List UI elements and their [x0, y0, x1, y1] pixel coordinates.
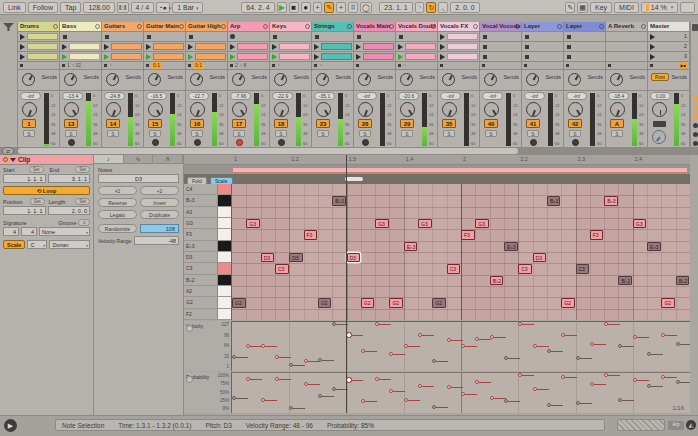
clip-body[interactable] — [363, 53, 394, 60]
clip-launch-zone[interactable] — [606, 52, 615, 61]
midi-note[interactable]: F3 — [461, 230, 475, 239]
clip-launch-zone[interactable] — [606, 32, 615, 41]
clip-launch-zone[interactable] — [564, 32, 573, 41]
pan-knob[interactable] — [274, 102, 289, 117]
midi-note[interactable]: G3 — [418, 219, 432, 228]
clip-body[interactable] — [27, 53, 58, 60]
clip-slot[interactable] — [144, 51, 185, 61]
clip-body[interactable] — [447, 43, 478, 50]
follow-button[interactable]: Follow — [28, 2, 58, 13]
randomize-button[interactable]: Randomize — [98, 224, 137, 233]
scale-name-select[interactable]: Dorian — [49, 240, 90, 249]
piano-key[interactable] — [217, 195, 231, 205]
clip-launch-zone[interactable] — [18, 42, 27, 51]
track-header[interactable]: Keys — [270, 22, 311, 31]
arm-button[interactable] — [530, 139, 537, 146]
pan-knob-icon[interactable] — [526, 102, 541, 117]
clip-playing-icon[interactable] — [398, 54, 403, 60]
velocity-lane[interactable] — [232, 321, 690, 371]
stop-all-icon[interactable] — [650, 64, 653, 67]
unfold-icon[interactable] — [557, 24, 562, 29]
clip-playing-icon[interactable] — [272, 54, 277, 60]
clip-slot[interactable] — [228, 51, 269, 61]
solo-button[interactable]: S — [275, 130, 287, 137]
view-swap-icon[interactable]: ⇄ — [2, 147, 14, 155]
clip-launch-zone[interactable] — [186, 52, 195, 61]
clip-slot[interactable] — [270, 31, 311, 41]
pan-knob-icon[interactable] — [400, 73, 413, 86]
track-number-button[interactable]: 18 — [274, 119, 288, 128]
clip-launch-zone[interactable] — [102, 52, 111, 61]
clip-body[interactable] — [447, 53, 478, 60]
track-number-button[interactable]: 35 — [442, 119, 456, 128]
solo-button[interactable]: S — [107, 130, 119, 137]
clip-stop-icon[interactable] — [483, 45, 487, 49]
loop-brace[interactable] — [184, 165, 690, 174]
clip-stop-button[interactable] — [314, 64, 317, 67]
pan-knob[interactable] — [400, 102, 415, 117]
piano-key[interactable] — [217, 286, 231, 296]
play-button[interactable]: ▶ — [277, 2, 287, 13]
clip-play-icon[interactable] — [20, 34, 25, 40]
pan-knob-icon[interactable] — [568, 73, 581, 86]
clip-playing-icon[interactable] — [188, 54, 193, 60]
loop-length-field[interactable]: 2. 0. 0 — [450, 2, 479, 13]
unfold-icon[interactable] — [305, 24, 310, 29]
clip-launch-zone[interactable] — [228, 52, 237, 61]
pan-knob[interactable] — [442, 102, 457, 117]
clip-slot[interactable] — [396, 41, 437, 51]
track-number-button[interactable]: 29 — [400, 119, 414, 128]
clip-slot[interactable] — [606, 31, 647, 41]
clip-slot[interactable] — [480, 51, 521, 61]
pan-knob-icon[interactable] — [64, 73, 77, 86]
piano-key[interactable] — [217, 241, 231, 251]
pan-knob-icon[interactable] — [232, 102, 247, 117]
mixer-section-toggle[interactable] — [693, 114, 698, 119]
double-time-button[interactable]: ×2 — [98, 186, 137, 195]
reverse-button[interactable]: Reverse — [98, 198, 137, 207]
preview-play-icon[interactable]: ▶ — [4, 419, 17, 432]
tab-expression[interactable]: Ʌ — [153, 155, 183, 163]
keyboard-icon[interactable]: ▦ — [577, 2, 588, 13]
back-to-arrangement-icon[interactable]: + — [336, 2, 346, 13]
volume-db-field[interactable]: -35.1 — [314, 92, 335, 100]
clip-stop-icon[interactable] — [525, 35, 529, 39]
solo-button[interactable]: S — [527, 130, 539, 137]
unfold-icon[interactable] — [641, 24, 646, 29]
draw-mode-icon[interactable]: ✎ — [324, 2, 334, 13]
volume-db-field[interactable]: -inf — [482, 92, 503, 100]
volume-db-field[interactable]: -inf — [524, 92, 545, 100]
scene-launch-zone[interactable] — [648, 42, 657, 51]
clip-launch-zone[interactable] — [144, 42, 153, 51]
clip-playing-icon[interactable] — [230, 54, 235, 60]
piano-key-row[interactable]: G2 — [184, 297, 231, 308]
unfold-icon[interactable] — [389, 24, 394, 29]
punch-in-icon[interactable]: ◝ — [415, 2, 425, 13]
clip-slot[interactable] — [60, 31, 101, 41]
clip-playing-icon[interactable] — [146, 54, 151, 60]
clip-launch-zone[interactable] — [606, 42, 615, 51]
clip-slot[interactable] — [354, 51, 395, 61]
clip-play-icon[interactable] — [356, 44, 361, 50]
pan-knob-icon[interactable] — [232, 73, 245, 86]
clip-slot[interactable] — [564, 41, 605, 51]
tempo-field[interactable]: 128.00 — [83, 2, 114, 13]
pan-knob-icon[interactable] — [148, 73, 161, 86]
tab-notes[interactable]: ♪ — [94, 155, 124, 163]
clip-body[interactable] — [195, 53, 226, 60]
pen-icon[interactable]: ✎ — [565, 2, 575, 13]
nudge-metronome-icon[interactable]: ‖:‖ — [117, 2, 129, 13]
key-map-button[interactable]: Key — [590, 2, 612, 13]
track-number-button[interactable]: 1 — [22, 119, 36, 128]
piano-key-row[interactable]: A3 — [184, 207, 231, 218]
clip-stop-button[interactable] — [608, 64, 611, 67]
clip-body[interactable] — [279, 43, 310, 50]
record-button[interactable]: ● — [301, 2, 311, 13]
clip-stop-icon[interactable] — [63, 35, 67, 39]
clip-body[interactable] — [321, 53, 352, 60]
clip-launch-zone[interactable] — [312, 52, 321, 61]
piano-key[interactable] — [217, 252, 231, 262]
signature-denominator-field[interactable]: 4 — [21, 227, 37, 236]
length-set-button[interactable]: Set — [75, 198, 90, 205]
clip-slot[interactable] — [102, 41, 143, 51]
